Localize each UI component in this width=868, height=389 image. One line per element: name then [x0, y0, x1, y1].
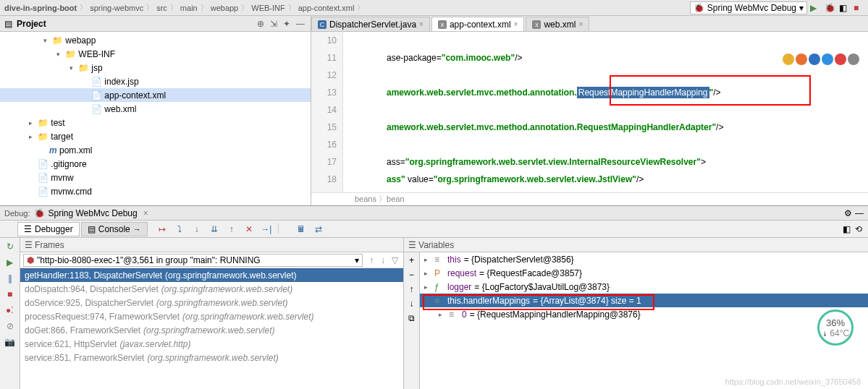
breadcrumb-item[interactable]: app-context.xml: [298, 4, 355, 12]
tree-item[interactable]: ▸📁 target: [0, 129, 311, 143]
highlight-box: [423, 294, 654, 310]
down-icon[interactable]: ↓: [410, 299, 414, 309]
stack-frame[interactable]: doService:925, DispatcherServlet(org.spr…: [20, 296, 403, 309]
step-into-icon[interactable]: ↓: [191, 223, 203, 235]
edge-icon[interactable]: [822, 54, 833, 65]
breadcrumb-item[interactable]: spring-webmvc: [90, 4, 143, 12]
breadcrumb-item[interactable]: main: [180, 4, 198, 12]
coverage-icon[interactable]: ◧: [839, 3, 849, 13]
settings-icon[interactable]: ⚙: [844, 208, 852, 218]
tree-item[interactable]: m pom.xml: [0, 143, 311, 157]
close-tab-icon[interactable]: ×: [514, 20, 518, 28]
force-step-into-icon[interactable]: ⇊: [208, 223, 220, 235]
tree-item[interactable]: ▾📁 webapp: [0, 33, 311, 47]
collapse-all-icon[interactable]: ⇲: [270, 19, 280, 29]
var-type-icon: ≡: [434, 255, 444, 265]
step-over-icon[interactable]: ⤵: [174, 223, 185, 235]
filter-icon[interactable]: ▽: [389, 255, 400, 265]
stack-frame[interactable]: doDispatch:964, DispatcherServlet(org.sp…: [20, 282, 403, 296]
performance-widget[interactable]: 36% 🌡 64°C: [817, 309, 854, 346]
prev-frame-icon[interactable]: ↑: [366, 255, 377, 265]
xml-file-icon: 📄: [91, 90, 102, 101]
stack-frame[interactable]: processRequest:974, FrameworkServlet(org…: [20, 309, 403, 323]
opera-icon[interactable]: [835, 54, 846, 65]
stop-icon[interactable]: ■: [854, 3, 864, 13]
mute-breakpoints-icon[interactable]: ⊘: [4, 320, 16, 332]
tree-item[interactable]: 📄 mvnw: [0, 171, 311, 184]
chrome-icon[interactable]: [783, 54, 794, 65]
camera-icon[interactable]: 📷: [4, 336, 16, 348]
folder-icon: 📁: [52, 35, 63, 46]
scroll-from-source-icon[interactable]: ⊕: [257, 19, 267, 29]
editor-tab[interactable]: xapp-context.xml×: [431, 17, 525, 31]
stack-frame[interactable]: doGet:866, FrameworkServlet(org.springfr…: [20, 323, 403, 337]
breadcrumb-item[interactable]: webapp: [211, 4, 239, 12]
step-out-icon[interactable]: ↑: [226, 223, 237, 235]
settings-icon[interactable]: ✦: [283, 19, 293, 29]
tree-item[interactable]: ▾📁 jsp: [0, 61, 311, 74]
frames-title: Frames: [35, 240, 64, 250]
tree-item[interactable]: 📄 mvnw.cmd: [0, 184, 311, 198]
tree-item[interactable]: ▾📁 WEB-INF: [0, 47, 311, 61]
close-tab-icon[interactable]: ×: [419, 20, 424, 28]
editor-tab[interactable]: xweb.xml×: [526, 17, 589, 31]
tree-item[interactable]: 📄 app-context.xml: [0, 88, 311, 102]
tree-item[interactable]: ▸📁 test: [0, 116, 311, 129]
variable-row[interactable]: ▸≡this= {DispatcherServlet@3856}: [420, 252, 868, 266]
tab-console[interactable]: ▤Console →: [81, 222, 148, 236]
resume-icon[interactable]: ▶: [4, 257, 16, 268]
close-tab-icon[interactable]: ×: [578, 20, 583, 28]
trace-icon[interactable]: ⇄: [313, 223, 324, 235]
editor-breadcrumb[interactable]: beans 〉bean: [311, 192, 868, 205]
tab-debugger[interactable]: ☰Debugger: [17, 222, 80, 236]
hide-icon[interactable]: —: [855, 208, 864, 218]
firefox-icon[interactable]: [796, 54, 807, 65]
tree-item[interactable]: 📄 web.xml: [0, 102, 311, 116]
stop-icon[interactable]: ■: [4, 288, 16, 300]
add-watch-icon[interactable]: +: [409, 255, 414, 265]
up-icon[interactable]: ↑: [410, 284, 414, 294]
tree-item-label: index.jsp: [104, 77, 138, 87]
remove-watch-icon[interactable]: −: [409, 270, 414, 280]
ie-icon[interactable]: [848, 54, 859, 65]
folder-icon: 📁: [38, 118, 49, 128]
show-execution-point-icon[interactable]: ↦: [156, 223, 168, 235]
tree-item[interactable]: 📄 .gitignore: [0, 157, 311, 171]
variable-row[interactable]: ▸Prequest= {RequestFacade@3857}: [420, 266, 868, 280]
editor-content[interactable]: 101112131415161718 ase-package="com.imoo…: [311, 32, 868, 192]
debug-header-label: Debug:: [4, 209, 30, 218]
thread-selector[interactable]: ⬢ "http-bio-8080-exec-1"@3,561 in group …: [23, 254, 363, 267]
hide-icon[interactable]: —: [296, 19, 306, 29]
variables-list[interactable]: ▸≡this= {DispatcherServlet@3856}▸Preques…: [420, 252, 868, 389]
run-to-cursor-icon[interactable]: →|: [261, 223, 272, 235]
breadcrumb-item[interactable]: WEB-INF: [251, 4, 285, 12]
tree-item-label: test: [51, 118, 64, 128]
tree-item[interactable]: 📄 index.jsp: [0, 74, 311, 88]
breadcrumb-item[interactable]: src: [156, 4, 167, 12]
variable-row[interactable]: ▸ƒlogger= {LogFactory$JavaUtilLog@3873}: [420, 280, 868, 294]
close-icon[interactable]: ×: [143, 208, 148, 218]
file-type-icon: x: [532, 20, 541, 29]
breadcrumb[interactable]: dive-in-spring-boot spring-webmvc src ma…: [4, 3, 690, 13]
evaluate-expression-icon[interactable]: 🖩: [295, 223, 307, 235]
stack-frame[interactable]: service:621, HttpServlet(javax.servlet.h…: [20, 337, 403, 351]
project-tree[interactable]: ▾📁 webapp▾📁 WEB-INF▾📁 jsp📄 index.jsp📄 ap…: [0, 32, 311, 205]
safari-icon[interactable]: [809, 54, 820, 65]
restore-layout-icon[interactable]: ⟲: [855, 224, 862, 234]
rerun-icon[interactable]: ↻: [4, 241, 16, 252]
frames-list[interactable]: getHandler:1183, DispatcherServlet(org.s…: [20, 268, 403, 389]
stack-frame[interactable]: getHandler:1183, DispatcherServlet(org.s…: [20, 268, 403, 282]
editor-tab[interactable]: CDispatcherServlet.java×: [311, 17, 430, 31]
layout-icon[interactable]: ◧: [843, 224, 851, 234]
stack-frame[interactable]: service:851, FrameworkServlet(org.spring…: [20, 351, 403, 364]
copy-icon[interactable]: ⧉: [408, 313, 415, 323]
debug-icon[interactable]: 🐞: [825, 3, 835, 13]
view-breakpoints-icon[interactable]: ●⁚: [4, 304, 16, 316]
pause-icon[interactable]: ‖: [4, 273, 16, 284]
run-config-selector[interactable]: 🐞 Spring WebMvc Debug ▾: [690, 1, 807, 14]
next-frame-icon[interactable]: ↓: [377, 255, 389, 265]
breadcrumb-item[interactable]: dive-in-spring-boot: [4, 4, 77, 12]
drop-frame-icon[interactable]: ✕: [243, 223, 255, 235]
watermark: https://blog.csdn.net/weixin_37650458: [725, 377, 861, 386]
run-icon[interactable]: ▶: [810, 3, 820, 13]
